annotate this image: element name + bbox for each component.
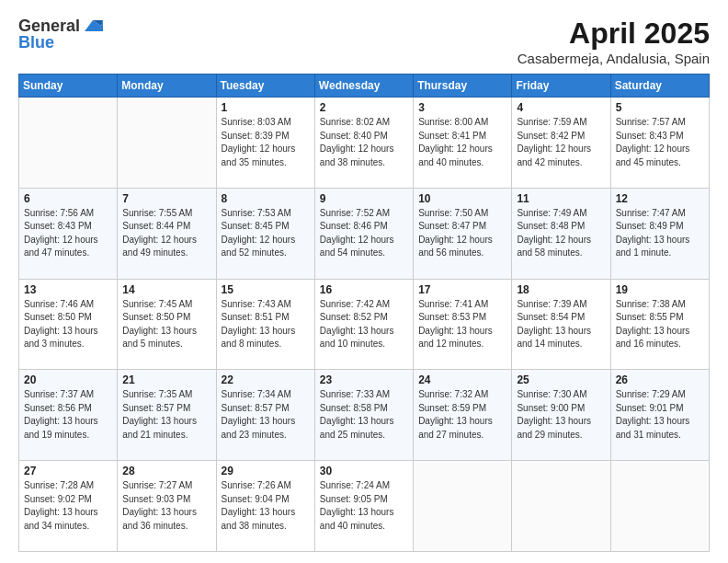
day-info: Sunrise: 7:53 AM Sunset: 8:45 PM Dayligh… — [222, 207, 310, 260]
day-info: Sunrise: 7:34 AM Sunset: 8:57 PM Dayligh… — [222, 388, 310, 442]
calendar-table: Sunday Monday Tuesday Wednesday Thursday… — [18, 74, 710, 552]
calendar-cell: 24Sunrise: 7:32 AM Sunset: 8:59 PM Dayli… — [414, 370, 512, 461]
logo: General Blue — [18, 17, 103, 52]
header-tuesday: Tuesday — [216, 75, 314, 98]
calendar-cell: 30Sunrise: 7:24 AM Sunset: 9:05 PM Dayli… — [314, 461, 413, 552]
calendar-cell — [19, 98, 118, 189]
day-number: 10 — [418, 192, 506, 205]
calendar-cell: 23Sunrise: 7:33 AM Sunset: 8:58 PM Dayli… — [314, 370, 413, 461]
day-number: 21 — [122, 373, 210, 386]
title-block: April 2025 Casabermeja, Andalusia, Spain — [518, 17, 710, 66]
day-info: Sunrise: 7:50 AM Sunset: 8:47 PM Dayligh… — [418, 207, 506, 260]
day-number: 9 — [320, 192, 408, 205]
day-number: 11 — [517, 192, 605, 205]
day-number: 27 — [24, 465, 112, 477]
day-number: 8 — [222, 192, 310, 205]
header: General Blue April 2025 Casabermeja, And… — [18, 17, 710, 66]
calendar-cell: 8Sunrise: 7:53 AM Sunset: 8:45 PM Daylig… — [216, 188, 314, 279]
day-number: 23 — [320, 373, 408, 386]
day-info: Sunrise: 7:37 AM Sunset: 8:56 PM Dayligh… — [24, 388, 112, 442]
logo-icon — [83, 18, 103, 33]
day-info: Sunrise: 7:41 AM Sunset: 8:53 PM Dayligh… — [418, 298, 506, 351]
weekday-header-row: Sunday Monday Tuesday Wednesday Thursday… — [19, 75, 710, 98]
header-wednesday: Wednesday — [314, 75, 413, 98]
calendar-subtitle: Casabermeja, Andalusia, Spain — [518, 51, 710, 66]
day-info: Sunrise: 7:46 AM Sunset: 8:50 PM Dayligh… — [24, 298, 112, 351]
day-number: 29 — [222, 465, 310, 477]
calendar-cell — [118, 98, 216, 189]
day-info: Sunrise: 7:35 AM Sunset: 8:57 PM Dayligh… — [122, 388, 210, 442]
header-friday: Friday — [512, 75, 610, 98]
day-info: Sunrise: 8:00 AM Sunset: 8:41 PM Dayligh… — [418, 116, 506, 169]
day-info: Sunrise: 7:29 AM Sunset: 9:01 PM Dayligh… — [616, 388, 704, 442]
calendar-week-row: 20Sunrise: 7:37 AM Sunset: 8:56 PM Dayli… — [19, 370, 710, 461]
day-info: Sunrise: 7:43 AM Sunset: 8:51 PM Dayligh… — [222, 298, 310, 351]
header-saturday: Saturday — [610, 75, 709, 98]
day-info: Sunrise: 7:39 AM Sunset: 8:54 PM Dayligh… — [517, 298, 605, 351]
day-number: 22 — [222, 373, 310, 386]
day-number: 20 — [24, 373, 112, 386]
day-info: Sunrise: 7:59 AM Sunset: 8:42 PM Dayligh… — [517, 116, 605, 169]
day-info: Sunrise: 7:56 AM Sunset: 8:43 PM Dayligh… — [24, 207, 112, 260]
calendar-cell: 16Sunrise: 7:42 AM Sunset: 8:52 PM Dayli… — [314, 279, 413, 370]
day-info: Sunrise: 7:27 AM Sunset: 9:03 PM Dayligh… — [122, 479, 210, 533]
day-number: 26 — [616, 373, 704, 386]
day-number: 4 — [517, 101, 605, 114]
day-info: Sunrise: 7:33 AM Sunset: 8:58 PM Dayligh… — [320, 388, 408, 442]
day-info: Sunrise: 8:03 AM Sunset: 8:39 PM Dayligh… — [222, 116, 310, 169]
day-info: Sunrise: 7:26 AM Sunset: 9:04 PM Dayligh… — [222, 479, 310, 533]
day-info: Sunrise: 7:47 AM Sunset: 8:49 PM Dayligh… — [616, 207, 704, 260]
calendar-cell: 28Sunrise: 7:27 AM Sunset: 9:03 PM Dayli… — [118, 461, 216, 552]
day-info: Sunrise: 7:49 AM Sunset: 8:48 PM Dayligh… — [517, 207, 605, 260]
day-info: Sunrise: 7:42 AM Sunset: 8:52 PM Dayligh… — [320, 298, 408, 351]
day-info: Sunrise: 7:32 AM Sunset: 8:59 PM Dayligh… — [418, 388, 506, 442]
calendar-cell: 13Sunrise: 7:46 AM Sunset: 8:50 PM Dayli… — [19, 279, 118, 370]
day-number: 17 — [418, 283, 506, 296]
day-number: 13 — [24, 283, 112, 296]
day-number: 16 — [320, 283, 408, 296]
header-thursday: Thursday — [414, 75, 512, 98]
day-number: 7 — [122, 192, 210, 205]
day-number: 18 — [517, 283, 605, 296]
day-number: 15 — [222, 283, 310, 296]
calendar-cell: 26Sunrise: 7:29 AM Sunset: 9:01 PM Dayli… — [610, 370, 709, 461]
calendar-cell: 21Sunrise: 7:35 AM Sunset: 8:57 PM Dayli… — [118, 370, 216, 461]
calendar-cell: 2Sunrise: 8:02 AM Sunset: 8:40 PM Daylig… — [314, 98, 413, 189]
calendar-cell: 3Sunrise: 8:00 AM Sunset: 8:41 PM Daylig… — [414, 98, 512, 189]
day-number: 24 — [418, 373, 506, 386]
header-monday: Monday — [118, 75, 216, 98]
day-number: 1 — [222, 101, 310, 114]
day-info: Sunrise: 8:02 AM Sunset: 8:40 PM Dayligh… — [320, 116, 408, 169]
day-info: Sunrise: 7:30 AM Sunset: 9:00 PM Dayligh… — [517, 388, 605, 442]
calendar-title: April 2025 — [518, 17, 710, 51]
day-number: 6 — [24, 192, 112, 205]
calendar-cell: 6Sunrise: 7:56 AM Sunset: 8:43 PM Daylig… — [19, 188, 118, 279]
calendar-cell — [512, 461, 610, 552]
calendar-cell: 5Sunrise: 7:57 AM Sunset: 8:43 PM Daylig… — [610, 98, 709, 189]
calendar-cell: 4Sunrise: 7:59 AM Sunset: 8:42 PM Daylig… — [512, 98, 610, 189]
day-number: 28 — [122, 465, 210, 477]
day-number: 30 — [320, 465, 408, 477]
day-info: Sunrise: 7:24 AM Sunset: 9:05 PM Dayligh… — [320, 479, 408, 533]
day-info: Sunrise: 7:28 AM Sunset: 9:02 PM Dayligh… — [24, 479, 112, 533]
calendar-cell: 17Sunrise: 7:41 AM Sunset: 8:53 PM Dayli… — [414, 279, 512, 370]
calendar-cell — [610, 461, 709, 552]
calendar-cell: 20Sunrise: 7:37 AM Sunset: 8:56 PM Dayli… — [19, 370, 118, 461]
calendar-week-row: 1Sunrise: 8:03 AM Sunset: 8:39 PM Daylig… — [19, 98, 710, 189]
day-info: Sunrise: 7:55 AM Sunset: 8:44 PM Dayligh… — [122, 207, 210, 260]
calendar-cell: 27Sunrise: 7:28 AM Sunset: 9:02 PM Dayli… — [19, 461, 118, 552]
day-number: 3 — [418, 101, 506, 114]
day-number: 25 — [517, 373, 605, 386]
day-number: 14 — [122, 283, 210, 296]
calendar-week-row: 6Sunrise: 7:56 AM Sunset: 8:43 PM Daylig… — [19, 188, 710, 279]
day-number: 5 — [616, 101, 704, 114]
calendar-cell: 10Sunrise: 7:50 AM Sunset: 8:47 PM Dayli… — [414, 188, 512, 279]
day-info: Sunrise: 7:52 AM Sunset: 8:46 PM Dayligh… — [320, 207, 408, 260]
header-sunday: Sunday — [19, 75, 118, 98]
calendar-cell: 22Sunrise: 7:34 AM Sunset: 8:57 PM Dayli… — [216, 370, 314, 461]
day-number: 19 — [616, 283, 704, 296]
calendar-cell: 14Sunrise: 7:45 AM Sunset: 8:50 PM Dayli… — [118, 279, 216, 370]
day-number: 12 — [616, 192, 704, 205]
calendar-cell: 9Sunrise: 7:52 AM Sunset: 8:46 PM Daylig… — [314, 188, 413, 279]
day-number: 2 — [320, 101, 408, 114]
